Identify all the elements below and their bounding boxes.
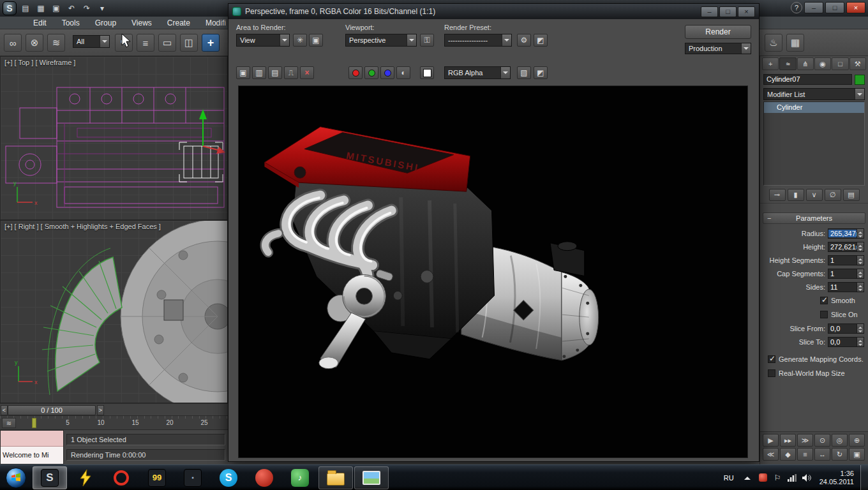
sides-field[interactable]: 11 — [828, 282, 864, 292]
show-desktop-button[interactable] — [860, 465, 868, 490]
orbit-icon[interactable]: ↻ — [832, 448, 848, 461]
taskbar-explorer[interactable] — [318, 466, 353, 489]
next-frame-button[interactable]: ≫ — [797, 434, 813, 447]
tab-modify[interactable] — [779, 57, 796, 70]
listener-pane[interactable]: Welcome to Mi — [1, 447, 63, 464]
render-preset-dropdown[interactable]: ----------------- — [444, 34, 512, 47]
select-and-link-icon[interactable] — [4, 34, 22, 52]
volume-icon[interactable] — [802, 473, 812, 483]
object-name-field[interactable]: Cylinder07 — [763, 74, 852, 85]
save-image-icon[interactable] — [236, 66, 250, 79]
qat-dropdown-icon[interactable] — [96, 3, 108, 14]
3dsmax-app-button[interactable] — [3, 1, 17, 15]
slice-to-spinner[interactable] — [857, 338, 864, 346]
blue-channel-icon[interactable] — [380, 66, 394, 79]
selection-region-icon[interactable] — [158, 34, 176, 52]
time-slider-handle[interactable]: 0 / 100 — [8, 405, 96, 415]
undo-icon[interactable] — [65, 3, 78, 14]
taskbar-messenger[interactable]: 99 — [140, 466, 174, 489]
play-button[interactable]: ▶ — [763, 434, 779, 447]
prev-frame-button[interactable]: ≪ — [763, 448, 779, 461]
mini-curve-editor-icon[interactable] — [2, 418, 16, 428]
unlink-icon[interactable] — [26, 34, 43, 52]
play-selected-button[interactable]: ▸▸ — [780, 434, 796, 447]
copy-image-icon[interactable] — [252, 66, 266, 79]
taskbar-3dsmax[interactable] — [33, 466, 67, 489]
viewport-dropdown[interactable]: Perspective — [345, 34, 417, 47]
remove-modifier-icon[interactable] — [825, 189, 841, 201]
network-icon[interactable] — [787, 473, 798, 483]
parameters-rollout[interactable]: Parameters — [763, 212, 865, 224]
taskbar-skype[interactable] — [211, 466, 246, 489]
tab-create[interactable] — [762, 57, 779, 70]
modifier-stack[interactable]: Cylinder — [763, 101, 865, 186]
menu-tools[interactable]: Tools — [54, 19, 87, 27]
zoom-all-icon[interactable]: ◎ — [832, 434, 848, 447]
app-minimize-button[interactable] — [804, 2, 823, 13]
real-world-map-size-checkbox[interactable] — [768, 369, 775, 377]
maximize-viewport-icon[interactable]: ▣ — [849, 448, 865, 461]
window-crossing-icon[interactable] — [180, 34, 198, 52]
start-button[interactable] — [0, 465, 32, 490]
menu-create[interactable]: Create — [160, 19, 198, 27]
tab-utilities[interactable] — [849, 57, 866, 70]
area-to-render-dropdown[interactable]: View — [236, 34, 290, 47]
zoom-extents-icon[interactable]: ⊕ — [849, 434, 865, 447]
language-indicator[interactable]: RU — [719, 474, 739, 482]
slice-from-spinner[interactable] — [857, 324, 864, 333]
monochrome-channel-icon[interactable] — [396, 66, 410, 79]
render-minimize-button[interactable] — [701, 6, 718, 17]
tray-expand-icon[interactable] — [744, 473, 751, 480]
stack-item-cylinder[interactable]: Cylinder — [764, 102, 864, 113]
radius-field[interactable]: 265,347m — [828, 228, 864, 239]
slice-to-field[interactable]: 0,0 — [828, 337, 864, 347]
smooth-checkbox[interactable] — [820, 297, 828, 304]
render-close-button[interactable] — [738, 6, 755, 17]
frame-prev-button[interactable]: < — [1, 405, 8, 415]
height-spinner[interactable] — [857, 242, 864, 251]
cap-segments-spinner[interactable] — [857, 269, 864, 278]
trackbar-marker[interactable] — [32, 418, 36, 428]
slice-from-field[interactable]: 0,0 — [828, 323, 864, 334]
channel-display-dropdown[interactable]: RGB Alpha — [444, 66, 511, 79]
height-segments-field[interactable]: 1 — [828, 255, 864, 265]
render-window-titlebar[interactable]: Perspective, frame 0, RGBA Color 16 Bits… — [228, 4, 759, 19]
viewport-right[interactable]: y x [+] [ Right ] [ Smooth + Highlights … — [0, 220, 228, 403]
lock-viewport-icon[interactable] — [420, 34, 434, 47]
taskbar-image-viewer[interactable] — [354, 466, 389, 489]
taskbar-unknown-app[interactable] — [176, 466, 210, 489]
rendered-frame-icon[interactable] — [786, 34, 804, 52]
viewport-top[interactable]: [+] [ Top ] [ Wireframe ] — [0, 56, 228, 220]
sides-spinner[interactable] — [857, 283, 864, 292]
auto-region-icon[interactable] — [309, 34, 323, 47]
red-channel-icon[interactable] — [348, 66, 363, 79]
maxscript-mini-listener[interactable]: Welcome to Mi — [0, 430, 64, 464]
select-and-move-icon[interactable] — [202, 34, 220, 52]
time-slider[interactable]: < 0 / 100 > — [0, 403, 228, 416]
edit-region-icon[interactable] — [293, 34, 307, 47]
viewport-right-label[interactable]: [+] [ Right ] [ Smooth + Highlights + Ed… — [4, 223, 161, 230]
tab-motion[interactable] — [814, 57, 831, 70]
show-end-result-icon[interactable] — [788, 189, 804, 201]
redo-icon[interactable] — [80, 3, 93, 14]
action-center-flag-icon[interactable]: ⚐ — [772, 473, 783, 483]
render-setup-icon[interactable] — [517, 34, 531, 47]
tab-display[interactable] — [832, 57, 848, 70]
taskbar-green-app[interactable] — [283, 466, 317, 489]
make-unique-icon[interactable] — [806, 189, 823, 201]
height-segments-spinner[interactable] — [857, 256, 864, 265]
render-setup-icon[interactable] — [765, 34, 782, 52]
modifier-list-dropdown[interactable]: Modifier List — [763, 88, 865, 100]
pan-icon[interactable]: ↔ — [814, 448, 830, 461]
taskbar-red-app[interactable] — [247, 466, 281, 489]
radius-spinner[interactable] — [857, 229, 864, 238]
tray-red-icon[interactable] — [758, 473, 768, 483]
bind-to-space-warp-icon[interactable] — [47, 34, 65, 52]
macro-recorder-pane[interactable] — [1, 431, 63, 447]
menu-edit[interactable]: Edit — [26, 19, 54, 27]
select-by-name-icon[interactable] — [137, 34, 154, 52]
render-mode-dropdown[interactable]: Production — [685, 43, 751, 54]
alpha-swatch[interactable] — [420, 66, 434, 79]
clock[interactable]: 1:36 24.05.2011 — [814, 470, 860, 486]
menu-views[interactable]: Views — [124, 19, 160, 27]
